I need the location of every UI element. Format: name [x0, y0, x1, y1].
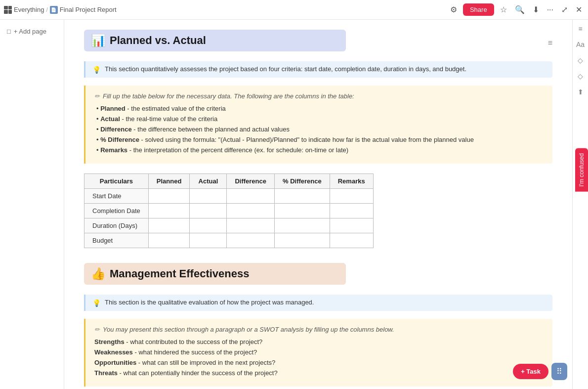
download-icon-btn[interactable]: ⬇	[531, 3, 541, 16]
more-icon-btn[interactable]: ···	[545, 3, 555, 16]
cell-start-date-difference[interactable]	[227, 189, 275, 204]
swot-list: Strengths - what contributed to the succ…	[94, 338, 544, 377]
pct-diff-bold: % Difference	[100, 136, 139, 143]
cell-duration-difference[interactable]	[227, 218, 275, 233]
cell-start-date-planned[interactable]	[148, 189, 190, 204]
rs-list-icon[interactable]: ≡	[576, 24, 586, 34]
threats-bold: Threats	[94, 369, 118, 377]
pencil-icon-2: ✏	[94, 326, 100, 333]
cell-completion-date-actual[interactable]	[190, 204, 227, 218]
breadcrumb: Everything / 📄 Final Project Report	[4, 6, 117, 14]
breadcrumb-doc[interactable]: 📄 Final Project Report	[50, 6, 117, 14]
cell-duration-planned[interactable]	[148, 218, 190, 233]
table-row: Budget	[84, 233, 374, 248]
add-page-button[interactable]: □ + Add page	[4, 26, 60, 37]
breadcrumb-everything[interactable]: Everything	[4, 6, 44, 14]
swot-opportunities: Opportunities - what can still be improv…	[94, 359, 544, 366]
breadcrumb-everything-label: Everything	[14, 6, 44, 13]
swot-threats: Threats - what can potentially hinder th…	[94, 369, 544, 377]
col-planned: Planned	[148, 174, 190, 189]
col-actual: Actual	[190, 174, 227, 189]
note-bullet-remarks: Remarks - the interpretation of the perc…	[94, 146, 544, 154]
management-effectiveness-note: ✏ You may present this section through a…	[84, 319, 552, 387]
planned-vs-actual-table-container: Particulars Planned Actual Difference % …	[84, 173, 552, 248]
cell-completion-date-planned[interactable]	[148, 204, 190, 218]
close-icon-btn[interactable]: ✕	[574, 3, 584, 16]
planned-vs-actual-title: Planned vs. Actual	[110, 34, 206, 47]
planned-vs-actual-table: Particulars Planned Actual Difference % …	[84, 173, 374, 248]
section1-list-icon[interactable]: ≡	[548, 39, 552, 47]
planned-vs-actual-info-text: This section quantitatively assesses the…	[105, 65, 466, 73]
cell-budget-remarks[interactable]	[330, 233, 373, 248]
bulb-icon: 💡	[92, 66, 101, 74]
bulb-icon-2: 💡	[92, 299, 101, 307]
table-row: Start Date	[84, 189, 374, 204]
expand-icon-btn[interactable]: ⤢	[559, 3, 570, 16]
search-icon-btn[interactable]: 🔍	[513, 3, 527, 16]
actual-bold: Actual	[100, 115, 120, 123]
weaknesses-bold: Weaknesses	[94, 348, 133, 356]
cell-budget-pct[interactable]	[274, 233, 330, 248]
swot-weaknesses: Weaknesses - what hindered the success o…	[94, 348, 544, 356]
add-page-icon: □	[7, 28, 11, 35]
left-sidebar: □ + Add page	[0, 20, 64, 389]
content-area: 📊 Planned vs. Actual ≡ 💡 This section qu…	[64, 20, 572, 389]
cell-duration-remarks[interactable]	[330, 218, 373, 233]
confused-button[interactable]: I'm confused	[575, 148, 588, 192]
breadcrumb-doc-label: Final Project Report	[60, 6, 117, 13]
task-btn-area: + Task ⠿	[513, 363, 567, 380]
topbar: Everything / 📄 Final Project Report ⚙ Sh…	[0, 0, 588, 20]
management-effectiveness-header: 👍 Management Effectiveness	[84, 263, 346, 285]
table-row: Completion Date	[84, 204, 374, 218]
management-effectiveness-section: 👍 Management Effectiveness 💡 This sectio…	[84, 263, 552, 387]
pencil-icon: ✏	[94, 92, 100, 100]
note-header: ✏ Fill up the table below for the necess…	[94, 92, 544, 100]
col-difference: Difference	[227, 174, 275, 189]
cell-completion-date-remarks[interactable]	[330, 204, 373, 218]
table-row: Duration (Days)	[84, 218, 374, 233]
difference-bold: Difference	[100, 126, 132, 133]
remarks-bold: Remarks	[100, 146, 127, 154]
cell-start-date-actual[interactable]	[190, 189, 227, 204]
cell-start-date-pct[interactable]	[274, 189, 330, 204]
settings-icon-btn[interactable]: ⚙	[448, 3, 459, 16]
planned-bold: Planned	[100, 105, 126, 112]
planned-vs-actual-info: 💡 This section quantitatively assesses t…	[84, 61, 552, 78]
rs-diamond-icon-1[interactable]: ◇	[576, 55, 586, 65]
cell-budget-planned[interactable]	[148, 233, 190, 248]
main-layout: □ + Add page 📊 Planned vs. Actual ≡ 💡 Th…	[0, 20, 588, 389]
cell-completion-date-pct[interactable]	[274, 204, 330, 218]
right-sidebar: ≡ Aa ◇ ◇ ⬆	[572, 20, 588, 389]
share-button[interactable]: Share	[463, 3, 494, 16]
note-bullet-actual: Actual - the real-time value of the crit…	[94, 115, 544, 123]
management-effectiveness-info-text: This section is the qualitative evaluati…	[105, 299, 314, 306]
cell-completion-date-difference[interactable]	[227, 204, 275, 218]
add-page-label: + Add page	[14, 28, 46, 35]
planned-vs-actual-note: ✏ Fill up the table below for the necess…	[84, 86, 552, 164]
cell-completion-date-label: Completion Date	[84, 204, 149, 218]
thumbsup-icon: 👍	[91, 267, 106, 281]
task-button[interactable]: + Task	[513, 364, 548, 379]
star-icon-btn[interactable]: ☆	[498, 3, 509, 16]
topbar-right: ⚙ Share ☆ 🔍 ⬇ ··· ⤢ ✕	[448, 3, 584, 16]
note-bullet-pct-diff: % Difference - solved using the formula:…	[94, 136, 544, 143]
cell-start-date-label: Start Date	[84, 189, 149, 204]
cell-budget-actual[interactable]	[190, 233, 227, 248]
management-effectiveness-info: 💡 This section is the qualitative evalua…	[84, 295, 552, 311]
management-note-header-text: You may present this section through a p…	[103, 326, 394, 333]
rs-diamond-icon-2[interactable]: ◇	[576, 71, 586, 81]
chart-icon: 📊	[91, 34, 106, 47]
rs-text-icon[interactable]: Aa	[576, 40, 586, 49]
cell-start-date-remarks[interactable]	[330, 189, 373, 204]
swot-strengths: Strengths - what contributed to the succ…	[94, 338, 544, 346]
note-bullets: Planned - the estimated value of the cri…	[94, 105, 544, 154]
rs-upload-icon[interactable]: ⬆	[576, 87, 586, 97]
col-remarks: Remarks	[330, 174, 373, 189]
cell-duration-pct[interactable]	[274, 218, 330, 233]
apps-button[interactable]: ⠿	[551, 363, 567, 380]
planned-vs-actual-section: 📊 Planned vs. Actual ≡ 💡 This section qu…	[84, 30, 552, 248]
cell-duration-actual[interactable]	[190, 218, 227, 233]
col-particulars: Particulars	[84, 174, 149, 189]
planned-vs-actual-header: 📊 Planned vs. Actual	[84, 30, 346, 51]
cell-budget-difference[interactable]	[227, 233, 275, 248]
